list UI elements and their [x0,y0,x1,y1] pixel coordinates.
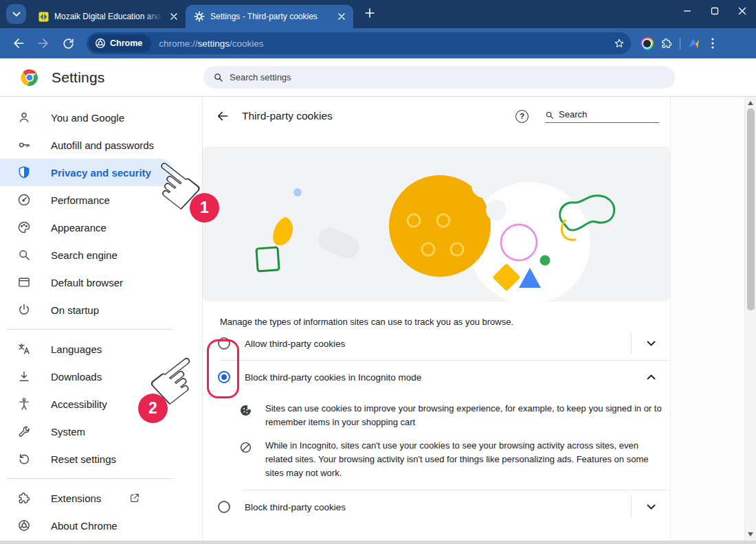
option-label: Block third-party cookies [245,502,631,512]
sidebar-divider [7,478,173,479]
sidebar-item-on-startup[interactable]: On startup [0,296,202,324]
sidebar-item-label: Downloads [51,371,102,383]
external-link-icon [129,492,140,503]
browser-window-icon [17,275,31,289]
settings-page: You and Google Autofill and passwords Pr… [0,97,756,544]
panel-search-placeholder: Search [559,109,587,120]
reset-icon [17,452,31,466]
extensions-puzzle-icon[interactable] [660,37,673,49]
wrench-icon [17,424,31,438]
browser-window: Mozaik Digital Education and Le Settings… [0,0,756,544]
sidebar-divider [7,329,173,330]
help-icon[interactable]: ? [515,110,529,123]
blocked-icon [239,441,252,454]
annotation-step-2-badge: 2 [138,394,168,423]
palette-icon [17,220,31,234]
detail-text: Sites can use cookies to improve your br… [265,402,663,429]
scrollbar-thumb[interactable] [747,109,755,310]
close-tab-icon[interactable] [168,10,180,23]
close-window-button[interactable] [729,0,756,22]
key-icon [17,138,31,152]
address-bar[interactable]: Chrome chrome://settings/cookies [87,32,631,54]
back-arrow-icon[interactable] [215,109,230,124]
window-bottom-edge [0,541,756,544]
sidebar-item-label: Extensions [51,492,101,504]
chrome-logo-icon [95,38,106,49]
cookies-illustration [203,146,670,302]
back-button[interactable] [7,32,30,55]
sidebar-item-label: About Chrome [51,520,118,532]
mozaik-favicon-icon [38,12,49,22]
sidebar-item-label: Accessibility [51,398,107,410]
lens-extension-icon[interactable] [641,37,654,50]
puzzle-icon [17,491,31,505]
settings-search-placeholder: Search settings [230,72,291,82]
sidebar-item-you-and-google[interactable]: You and Google [0,104,202,131]
search-icon [545,111,554,120]
sidebar-item-label: Appearance [51,222,107,234]
tab-title: Mozaik Digital Education and Le [54,11,162,22]
third-party-cookies-panel: Third-party cookies ? Search [203,97,671,544]
sidebar-item-reset-settings[interactable]: Reset settings [0,445,202,473]
intro-text: Manage the types of information sites ca… [220,317,670,327]
chevron-down-icon[interactable] [632,504,670,510]
forward-button[interactable] [32,32,55,55]
sidebar-item-system[interactable]: System [0,418,202,445]
scrollbar[interactable] [744,97,756,541]
window-controls [674,0,756,22]
option-label: Block third-party cookies in Incognito m… [245,372,632,383]
minimize-button[interactable] [674,0,701,22]
person-icon [17,111,31,124]
tab-search-button[interactable] [6,4,26,24]
chevron-down-icon[interactable] [632,341,670,346]
chrome-chip[interactable]: Chrome [89,34,151,52]
url-text: chrome://settings/cookies [159,38,613,49]
download-icon [17,370,31,383]
magnifier-icon [17,248,31,262]
sidebar-item-extensions[interactable]: Extensions [0,484,202,512]
speedometer-icon [17,193,31,207]
sidebar-item-search-engine[interactable]: Search engine [0,241,202,269]
scrollbar-up-arrow-icon[interactable] [748,101,753,105]
sidebar-item-default-browser[interactable]: Default browser [0,269,202,296]
toolbar-separator [680,38,680,49]
new-tab-button[interactable] [360,3,379,23]
scrollbar-down-arrow-icon[interactable] [748,532,753,536]
bookmark-star-icon[interactable] [613,37,625,49]
shield-icon [17,166,31,179]
chevron-up-icon[interactable] [632,374,670,380]
panel-search-input[interactable]: Search [545,109,659,123]
chevron-down-icon [12,12,21,17]
cookie-icon [239,404,252,417]
search-icon [213,72,223,82]
right-gutter [671,97,756,544]
panel-subheader: Third-party cookies ? Search [203,97,670,135]
sidebar-item-label: On startup [51,304,99,316]
close-tab-icon[interactable] [335,10,348,23]
option-block-third-party-cookies[interactable]: Block third-party cookies [203,490,670,523]
maximize-button[interactable] [701,0,729,22]
sidebar-item-label: Reset settings [51,453,116,465]
settings-search-input[interactable]: Search settings [203,66,675,89]
option-allow-third-party-cookies[interactable]: Allow third-party cookies [203,327,670,360]
sidebar-item-label: Performance [51,194,110,206]
sidebar-item-label: Languages [51,343,102,355]
menu-dots-icon[interactable] [707,37,718,49]
option-label: Allow third-party cookies [245,339,631,349]
sidebar-item-label: You and Google [51,112,124,124]
sidebar-item-label: Autofill and passwords [51,139,154,151]
chrome-icon [17,519,31,532]
option-block-incognito[interactable]: Block third-party cookies in Incognito m… [203,361,670,394]
settings-title: Settings [52,69,104,86]
chrome-chip-label: Chrome [110,38,142,48]
settings-header: Settings Search settings [0,58,756,97]
tab-mozaik[interactable]: Mozaik Digital Education and Le [30,5,186,28]
accessibility-icon [17,397,31,411]
sidebar-item-label: System [51,426,85,438]
chrome-logo-icon [21,69,38,87]
radio-block[interactable] [218,501,230,513]
sidebar-item-about-chrome[interactable]: About Chrome [0,512,202,539]
tab-settings[interactable]: Settings - Third-party cookies [186,5,353,28]
profile-avatar[interactable] [687,37,700,50]
reload-button[interactable] [56,32,80,55]
